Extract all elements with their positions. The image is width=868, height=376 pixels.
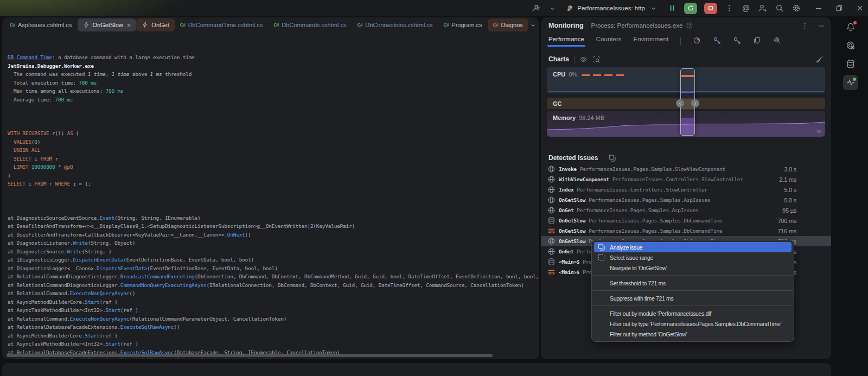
editor-tab-aspissues-cshtml-cs[interactable]: C#AspIssues.cshtml.cs (4, 18, 78, 31)
stack-line: at AsyncTaskMethodBuilder<Int32>.Start(r… (8, 306, 539, 315)
issue-row-onget-95-s[interactable]: OnGetPerformanceIssues.Pages.Samples.Asp… (541, 205, 831, 215)
selection-handle-right[interactable]: › (691, 99, 699, 107)
key-blue-icon[interactable] (713, 36, 721, 47)
tab-environment[interactable]: Environment (634, 36, 669, 47)
more-kebab-icon[interactable] (801, 22, 809, 30)
issue-row-withviewcomponent-2-1-ms[interactable]: WithViewComponentPerformanceIssues.Contr… (541, 174, 831, 184)
issue-duration: 700 ms (777, 218, 796, 224)
zoom-selection-icon[interactable] (592, 55, 601, 63)
issue-method: OnGetSlow (559, 238, 585, 244)
menu-item-analyze-issue[interactable]: Analyze issue (594, 242, 792, 252)
sql-line: SELECT i FROM r (8, 155, 539, 163)
csharp-icon: C# (443, 22, 449, 28)
help-icon[interactable] (686, 22, 693, 29)
charts-area: CPU0% GC Memory98.24 MB 50 (547, 67, 825, 137)
divider (603, 154, 603, 162)
issue-row-invoke-3-0-s[interactable]: InvokePerformanceIssues.Pages.Samples.Sl… (541, 164, 831, 174)
restart-profiling-button[interactable] (684, 3, 697, 14)
memory-label: Memory (553, 114, 576, 121)
bolt-icon (83, 21, 90, 29)
editor-panel: C#AspIssues.cshtml.csOnGetSlow×OnGetC#Db… (2, 17, 539, 359)
cpu-value: 0% (569, 71, 577, 78)
layers-icon[interactable] (753, 36, 761, 47)
editor-tab-ongetslow[interactable]: OnGetSlow× (78, 18, 137, 31)
build-hammer-icon[interactable] (531, 3, 540, 13)
close-tab-icon[interactable]: × (127, 22, 131, 29)
monitoring-tabs: Performance Counters Environment (541, 34, 831, 51)
eye-icon[interactable] (579, 55, 588, 63)
rider-window: PerformanceIssues: http @ C#AspIssues.cs… (0, 0, 868, 376)
horizontal-scrollbar[interactable] (7, 354, 493, 357)
issue-namespace: PerformanceIssues.Pages.Samples.AspIssue… (589, 197, 776, 203)
key-green-icon[interactable] (733, 36, 741, 47)
pause-icon[interactable] (667, 3, 677, 13)
tab-performance[interactable]: Performance (548, 36, 584, 47)
issue-duration: 2.1 ms (779, 176, 796, 183)
issue-method: OnGet (559, 248, 573, 254)
close-icon[interactable] (855, 3, 865, 13)
ai-analyze-icon[interactable] (608, 154, 616, 162)
menu-item-filter-out-by-type-performanceissues-pages-samples-dbcommandtime[interactable]: Filter out by type 'PerformanceIssues.Pa… (594, 318, 792, 329)
clear-broom-icon[interactable] (815, 55, 824, 63)
issue-namespace: PerformanceIssues.Pages.Samples.DbComman… (589, 218, 770, 224)
source-link[interactable]: DB Command Time (8, 54, 52, 60)
tab-counters[interactable]: Counters (596, 36, 622, 47)
editor-tab-program-cs[interactable]: C#Program.cs (438, 18, 487, 31)
ai-assistant-icon[interactable]: @ (741, 3, 751, 13)
issue-method: OnGetSlow (559, 228, 585, 234)
selection-handle-left[interactable]: ‹ (676, 99, 684, 107)
editor-tab-dbcommandtime-cshtml-cs[interactable]: C#DbCommandTime.cshtml.cs (175, 18, 269, 31)
sql-preview: WITH RECURSIVE r(i) AS ( VALUES(0) UNION… (8, 129, 539, 188)
sql-line: ) (8, 171, 539, 180)
issue-method: OnGetSlow (559, 197, 585, 203)
editor-tab-dbcommands-cshtml-cs[interactable]: C#DbCommands.cshtml.cs (268, 18, 352, 31)
selection-cpu-bar (681, 75, 694, 77)
chevron-down-icon[interactable] (528, 20, 538, 30)
sql-line: SELECT i FROM r WHERE i = 1; (8, 180, 539, 188)
gear-dropdown-icon[interactable] (773, 36, 781, 47)
tab-label: Program.cs (451, 22, 482, 28)
code-with-me-icon[interactable] (758, 3, 768, 13)
editor-tab-diagnos[interactable]: C#Diagnos (488, 18, 528, 31)
issue-row-index-5-0-s[interactable]: IndexPerformanceIssues.Controllers.SlowC… (541, 184, 831, 195)
pie-chart-icon[interactable] (693, 36, 701, 47)
menu-item-set-threshold-to-721-ms[interactable]: Set threshold to 721 ms (594, 278, 792, 288)
issue-namespace: PerformanceIssues.Controllers.SlowContro… (612, 176, 772, 182)
menu-item-navigate-to-ongetslow[interactable]: Navigate to 'OnGetSlow' (594, 263, 792, 273)
stack-line: at DiagnosticsLogger<__Canon>.DispatchEv… (8, 264, 539, 273)
restore-icon[interactable] (834, 3, 844, 13)
hide-panel-icon[interactable] (818, 22, 826, 30)
menu-separator (592, 305, 793, 306)
menu-item-filter-out-by-module-performanceissues-dll[interactable]: Filter out by module 'PerformanceIssues.… (594, 308, 792, 318)
menu-item-suppress-with-time-721-ms[interactable]: Suppress with time 721 ms (594, 293, 792, 303)
issue-namespace: PerformanceIssues.Pages.Samples.SlowView… (580, 166, 777, 172)
minimize-icon[interactable] (814, 3, 824, 13)
profiler-pulse-icon[interactable] (843, 75, 858, 90)
editor-tab-dbconnections-cshtml-cs[interactable]: C#DbConnections.cshtml.cs (352, 18, 438, 31)
menu-item-filter-out-by-method-ongetslow[interactable]: Filter out by method 'OnGetSlow' (594, 329, 792, 339)
context-menu: Analyze issueSelect issue rangeNavigate … (591, 240, 794, 342)
issue-duration: 95 µs (782, 207, 796, 214)
gc-label: GC (553, 100, 562, 107)
issue-row-ongetslow-700-ms[interactable]: OnGetSlowPerformanceIssues.Pages.Samples… (541, 215, 831, 226)
run-config-selector[interactable]: PerformanceIssues: http (564, 2, 660, 14)
summary-line: Max time among all executions: 700 ms (8, 87, 539, 95)
bottom-panel (2, 363, 831, 376)
notifications-bell-icon[interactable] (843, 20, 858, 35)
chevron-down-icon[interactable] (547, 3, 557, 13)
editor-tab-onget[interactable]: OnGet (136, 18, 174, 31)
more-kebab-icon[interactable] (724, 3, 734, 13)
issue-namespace: PerformanceIssues.Pages.Samples.AspIssue… (577, 207, 775, 213)
issue-row-ongetslow-716-ms[interactable]: OnGetSlowPerformanceIssues.Pages.Samples… (541, 226, 831, 236)
issue-row-ongetslow-5-0-s[interactable]: OnGetSlowPerformanceIssues.Pages.Samples… (541, 195, 831, 205)
stop-button[interactable] (704, 3, 717, 14)
settings-gear-icon[interactable] (792, 3, 801, 13)
ai-assistant-icon[interactable] (843, 38, 858, 53)
issue-method: WithViewComponent (559, 176, 609, 182)
menu-item-select-issue-range[interactable]: Select issue range (594, 252, 792, 263)
search-icon[interactable] (775, 3, 784, 13)
stack-line: at DsesFilterAndTransform+<>c__DisplayCl… (8, 222, 539, 231)
monitoring-title: Monitoring (548, 22, 584, 29)
menu-icon-spacer (597, 309, 606, 318)
database-icon[interactable] (843, 56, 858, 72)
